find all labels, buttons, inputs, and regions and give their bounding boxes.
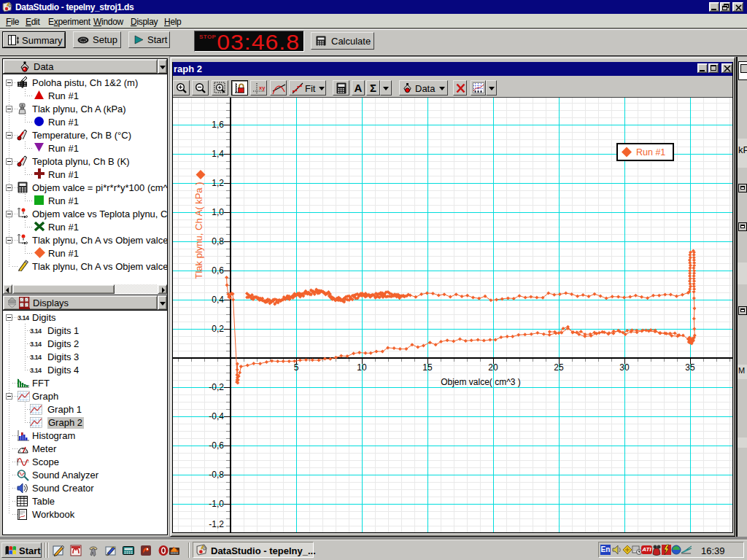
svg-text:-0,8: -0,8: [209, 470, 224, 480]
svg-text:30: 30: [619, 362, 630, 373]
svg-text:20: 20: [488, 362, 498, 373]
svg-text:15: 15: [422, 362, 433, 373]
svg-text:-0,4: -0,4: [209, 411, 224, 421]
svg-text:35: 35: [685, 362, 695, 373]
svg-text:10: 10: [357, 362, 367, 373]
svg-text:1,4: 1,4: [212, 149, 224, 159]
svg-text:xy: xy: [259, 85, 266, 91]
svg-text:-1,2: -1,2: [209, 519, 224, 529]
svg-text:Run #1: Run #1: [636, 147, 665, 158]
svg-text:0,4: 0,4: [212, 295, 224, 305]
svg-text:25: 25: [554, 362, 564, 373]
svg-text:-0,2: -0,2: [209, 382, 224, 392]
svg-text:5: 5: [294, 362, 299, 373]
svg-text:1,6: 1,6: [212, 120, 224, 130]
svg-text:0,2: 0,2: [212, 324, 224, 334]
svg-text:-0,6: -0,6: [209, 440, 224, 451]
svg-text:Tlak plynu, Ch A( kPa ): Tlak plynu, Ch A( kPa ): [193, 182, 204, 279]
svg-text:-1,0: -1,0: [209, 499, 224, 509]
svg-text:0,6: 0,6: [212, 265, 224, 276]
svg-text:1,0: 1,0: [212, 207, 224, 217]
svg-text:0,8: 0,8: [212, 236, 224, 246]
svg-text:1,2: 1,2: [212, 178, 224, 188]
svg-text:Objem valce( cm^3 ): Objem valce( cm^3 ): [441, 377, 521, 387]
